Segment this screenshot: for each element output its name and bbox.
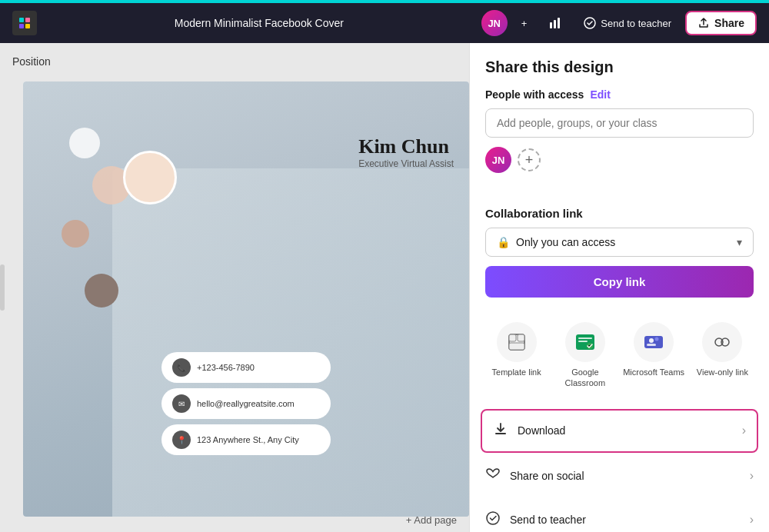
view-only-link-label: View-only link	[697, 367, 748, 377]
email-icon: ✉	[172, 394, 191, 413]
share-options-grid: Template link Google Classroom	[470, 322, 769, 401]
svg-rect-3	[25, 24, 30, 28]
profile-subtitle: Executive Virtual Assist	[358, 158, 454, 169]
profile-name: Kim Chun	[358, 135, 454, 158]
svg-point-18	[655, 337, 659, 341]
share-icon	[697, 17, 710, 29]
address-text: 123 Anywhere St., Any City	[197, 435, 299, 444]
share-panel-header: Share this design People with access Edi…	[470, 43, 769, 195]
profile-info: Kim Chun Executive Virtual Assist	[358, 135, 454, 169]
svg-point-23	[487, 512, 499, 524]
microsoft-teams-option[interactable]: Microsoft Teams	[623, 322, 685, 389]
app-logo	[12, 11, 37, 35]
topbar-right: JN + Send to teacher Share	[481, 10, 757, 36]
share-panel-title: Share this design	[485, 58, 754, 76]
topbar-left	[12, 11, 37, 35]
microsoft-teams-icon	[634, 322, 674, 362]
owner-avatar: JN	[485, 147, 511, 173]
position-label: Position	[12, 55, 51, 68]
svg-rect-4	[550, 22, 552, 28]
share-on-social-label: Share on social	[510, 470, 750, 482]
view-only-link-option[interactable]: View-only link	[691, 322, 754, 389]
svg-rect-6	[558, 18, 560, 28]
access-dropdown[interactable]: 🔒 Only you can access ▾	[485, 228, 754, 257]
topbar: Modern Minimalist Facebook Cover JN + Se…	[0, 0, 769, 43]
phone-text: +123-456-7890	[197, 363, 255, 372]
circle-4	[85, 274, 118, 308]
svg-rect-2	[19, 24, 24, 28]
svg-rect-13	[578, 337, 592, 339]
share-label: Share	[714, 17, 744, 29]
phone-card: 📞 +123-456-7890	[161, 352, 331, 383]
edit-access-link[interactable]: Edit	[590, 88, 610, 101]
circle-3	[62, 220, 89, 248]
share-social-icon	[485, 467, 501, 486]
download-row-container: Download ›	[481, 409, 758, 453]
analytics-icon	[548, 16, 562, 30]
people-access-row: People with access Edit	[485, 88, 754, 101]
main-area: Position Kim Chun Executive Virtual Assi…	[0, 43, 769, 532]
share-panel: Share this design People with access Edi…	[469, 43, 769, 532]
share-on-social-row[interactable]: Share on social ›	[470, 456, 769, 497]
address-card: 📍 123 Anywhere St., Any City	[161, 424, 331, 455]
share-social-chevron-icon: ›	[750, 469, 754, 483]
send-to-teacher-button[interactable]: Send to teacher	[576, 12, 679, 34]
analytics-button[interactable]	[541, 12, 570, 35]
add-collaborator-button[interactable]: +	[514, 13, 535, 34]
download-action-row[interactable]: Download ›	[482, 411, 757, 451]
google-classroom-option[interactable]: Google Classroom	[554, 322, 616, 389]
phone-icon: 📞	[172, 358, 191, 377]
download-label: Download	[518, 424, 742, 437]
document-title: Modern Minimalist Facebook Cover	[46, 17, 472, 29]
teacher-chevron-icon: ›	[750, 513, 754, 527]
left-panel: Position Kim Chun Executive Virtual Assi…	[0, 43, 469, 532]
avatar-row: JN +	[485, 147, 754, 173]
svg-rect-5	[554, 20, 556, 28]
location-icon: 📍	[172, 431, 191, 449]
send-to-teacher-icon	[584, 17, 596, 29]
people-with-access-label: People with access	[485, 88, 584, 101]
add-person-button[interactable]: +	[518, 148, 541, 171]
svg-rect-16	[644, 336, 663, 348]
add-page-button[interactable]: + Add page	[406, 514, 457, 526]
email-text: hello@reallygreatsite.com	[197, 399, 295, 408]
profile-photo	[123, 151, 177, 204]
svg-rect-1	[25, 18, 30, 22]
email-card: ✉ hello@reallygreatsite.com	[161, 388, 331, 419]
lock-icon: 🔒	[497, 236, 510, 248]
google-classroom-label: Google Classroom	[554, 367, 616, 389]
send-to-teacher-label: Send to teacher	[510, 514, 750, 526]
svg-rect-9	[509, 334, 516, 341]
template-link-option[interactable]: Template link	[485, 322, 548, 389]
user-avatar[interactable]: JN	[481, 10, 508, 36]
canvas-area: Kim Chun Executive Virtual Assist 📞 +123…	[23, 81, 469, 517]
collab-link-title: Collaboration link	[485, 207, 754, 220]
svg-rect-0	[19, 18, 24, 22]
svg-rect-10	[518, 334, 524, 341]
copy-link-button[interactable]: Copy link	[485, 266, 754, 298]
google-classroom-icon	[565, 322, 605, 362]
template-link-icon	[497, 322, 537, 362]
template-link-label: Template link	[492, 367, 541, 377]
scroll-handle[interactable]	[0, 264, 5, 311]
laptop-bg	[112, 168, 469, 517]
access-option-label: Only you can access	[516, 236, 731, 248]
microsoft-teams-label: Microsoft Teams	[623, 367, 684, 377]
view-only-link-icon	[702, 322, 742, 362]
send-to-teacher-row[interactable]: Send to teacher ›	[470, 500, 769, 532]
svg-point-17	[649, 338, 654, 343]
teacher-check-icon	[485, 510, 501, 530]
contact-cards: 📞 +123-456-7890 ✉ hello@reallygreatsite.…	[161, 352, 331, 455]
send-to-teacher-label: Send to teacher	[601, 18, 671, 29]
collab-section: Collaboration link 🔒 Only you can access…	[470, 195, 769, 322]
svg-rect-14	[578, 341, 588, 342]
download-icon	[493, 421, 508, 441]
download-chevron-icon: ›	[742, 424, 746, 437]
svg-rect-22	[495, 433, 506, 434]
share-button[interactable]: Share	[685, 11, 757, 35]
add-people-input[interactable]	[485, 108, 754, 138]
circle-1	[69, 128, 100, 158]
chevron-down-icon: ▾	[737, 236, 742, 248]
svg-rect-19	[647, 344, 656, 346]
svg-rect-11	[509, 343, 524, 350]
